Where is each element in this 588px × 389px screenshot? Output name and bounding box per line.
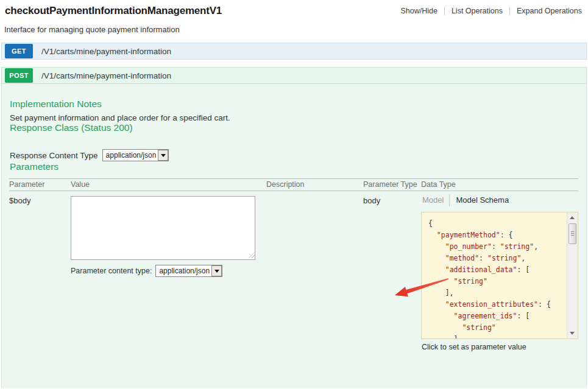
- table-row: $body Parameter content type: applicatio…: [9, 191, 578, 351]
- data-type-cell: Model Model Schema { "paymentMethod": { …: [421, 191, 578, 351]
- resource-actions: Show/Hide List Operations Expand Operati…: [400, 7, 582, 15]
- header-data-type: Data Type: [421, 179, 578, 191]
- chevron-down-icon[interactable]: [211, 265, 222, 276]
- scroll-thumb[interactable]: [569, 223, 576, 244]
- parameter-content-type-label: Parameter content type:: [71, 267, 152, 275]
- description-cell: [266, 191, 363, 351]
- response-content-type-label: Response Content Type: [10, 151, 98, 160]
- expand-operations-link[interactable]: Expand Operations: [517, 7, 582, 15]
- header-parameter-type: Parameter Type: [363, 179, 421, 191]
- post-endpoint-bar[interactable]: POST /V1/carts/mine/payment-information: [1, 67, 587, 84]
- response-content-type-row: Response Content Type application/json: [10, 149, 578, 161]
- body-value-textarea[interactable]: [71, 196, 255, 260]
- get-endpoint-bar[interactable]: GET /V1/carts/mine/payment-information: [1, 43, 587, 60]
- parameters-heading: Parameters: [10, 161, 578, 172]
- link-divider: [509, 7, 510, 15]
- model-schema-tab[interactable]: Model Schema: [449, 194, 514, 206]
- resource-description: Interface for managing quote payment inf…: [4, 25, 582, 34]
- get-endpoint-path[interactable]: /V1/carts/mine/payment-information: [41, 47, 171, 56]
- post-method-badge: POST: [5, 68, 33, 83]
- parameters-table: Parameter Value Description Parameter Ty…: [9, 178, 578, 351]
- resource-header: checkoutPaymentInformationManagementV1 S…: [0, 0, 588, 34]
- model-schema-code: { "paymentMethod": { "po_number": "strin…: [422, 212, 578, 338]
- parameters-table-header: Parameter Value Description Parameter Ty…: [9, 178, 578, 191]
- header-parameter: Parameter: [9, 179, 71, 191]
- swagger-page: checkoutPaymentInformationManagementV1 S…: [0, 0, 588, 389]
- header-value: Value: [71, 179, 266, 191]
- schema-scrollbar[interactable]: [567, 213, 577, 338]
- post-endpoint-path[interactable]: /V1/carts/mine/payment-information: [41, 71, 171, 80]
- show-hide-link[interactable]: Show/Hide: [400, 7, 437, 15]
- model-tab[interactable]: Model: [422, 194, 449, 206]
- link-divider: [444, 7, 445, 15]
- page-title: checkoutPaymentInformationManagementV1: [5, 5, 222, 17]
- model-schema-box[interactable]: { "paymentMethod": { "po_number": "strin…: [421, 212, 578, 339]
- response-content-type-value: application/json: [103, 151, 158, 159]
- header-description: Description: [266, 179, 363, 191]
- response-class-heading: Response Class (Status 200): [10, 122, 578, 133]
- implementation-notes-text: Set payment information and place order …: [10, 113, 578, 122]
- parameter-type-value: body: [363, 191, 421, 351]
- chevron-down-icon[interactable]: [158, 150, 168, 161]
- parameter-content-type-value: application/json: [156, 267, 211, 275]
- scroll-up-icon[interactable]: [568, 213, 577, 222]
- value-cell: Parameter content type: application/json: [71, 191, 266, 351]
- parameter-content-type-select[interactable]: application/json: [155, 265, 222, 277]
- schema-caption: Click to set as parameter value: [422, 343, 578, 351]
- post-operation-panel: Implementation Notes Set payment informa…: [1, 84, 587, 388]
- get-method-badge: GET: [5, 44, 33, 58]
- scroll-down-icon[interactable]: [568, 329, 577, 338]
- response-content-type-select[interactable]: application/json: [102, 149, 169, 161]
- body-param-name: $body: [9, 191, 71, 351]
- implementation-notes-heading: Implementation Notes: [10, 99, 578, 110]
- list-operations-link[interactable]: List Operations: [452, 7, 503, 15]
